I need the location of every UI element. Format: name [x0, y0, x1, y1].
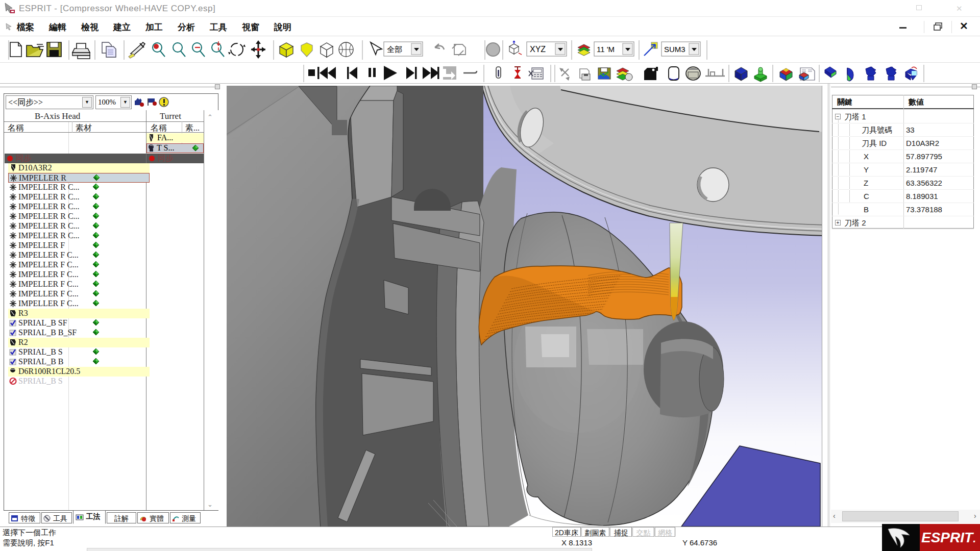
svg-text:11 'M: 11 'M — [597, 45, 615, 54]
svg-text:全部: 全部 — [387, 45, 402, 54]
svg-text:XYZ: XYZ — [530, 45, 546, 54]
svg-text:SUM3: SUM3 — [664, 45, 685, 54]
